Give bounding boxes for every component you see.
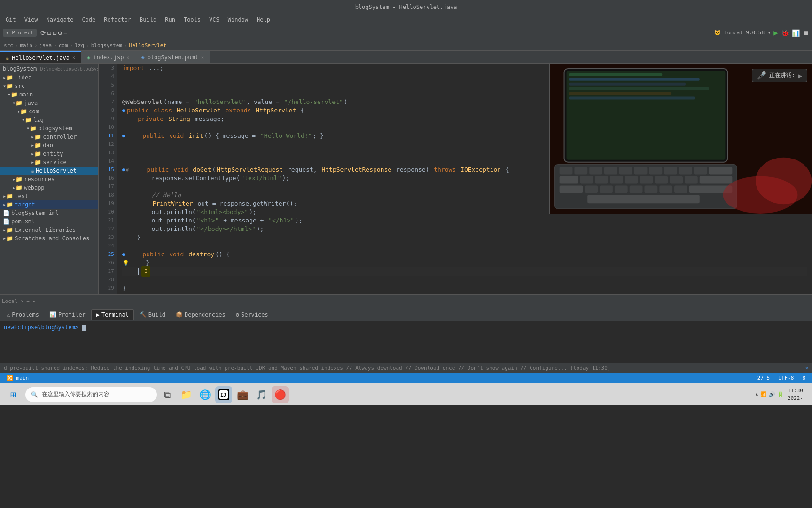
breadcrumb-com[interactable]: com — [59, 42, 68, 48]
code-token: IOException — [461, 166, 505, 174]
panel-tab-profiler[interactable]: 📊 Profiler — [45, 309, 90, 320]
menu-code[interactable]: Code — [78, 16, 99, 24]
tab-index-jsp[interactable]: ◈ index.jsp × — [81, 51, 135, 64]
bottom-tabs: Local × + ▾ — [0, 294, 812, 308]
taskview-button[interactable]: ⧉ — [159, 386, 176, 403]
taskbar-music[interactable]: 🎵 — [253, 386, 270, 403]
dependencies-icon: 📦 — [176, 311, 183, 318]
bottom-dropdown[interactable]: ▾ — [32, 298, 36, 304]
panel-tab-services[interactable]: ⚙ Services — [231, 309, 273, 320]
breadcrumb-lzg[interactable]: lzg — [75, 42, 84, 48]
sidebar-item-target[interactable]: ▸📁 target — [0, 200, 98, 209]
coverage-button[interactable]: 📊 — [792, 29, 800, 37]
sidebar-item-lzg[interactable]: ▾📁 lzg — [0, 116, 98, 124]
breadcrumb-helloservlet[interactable]: HelloServlet — [129, 42, 166, 48]
breadcrumb-src[interactable]: src — [4, 42, 13, 48]
debug-button[interactable]: 🐞 — [781, 29, 789, 37]
toolbar-sync-icon[interactable]: ⟳ — [40, 29, 46, 37]
status-vcs[interactable]: 🔀 main — [4, 375, 31, 381]
taskbar-up-icon[interactable]: ∧ — [755, 391, 758, 397]
sidebar-item-dao[interactable]: ▸📁 dao — [0, 141, 98, 150]
tab-helloservlet-close[interactable]: × — [72, 55, 75, 60]
menu-navigate[interactable]: Navigate — [43, 16, 78, 24]
start-button[interactable]: ⊞ — [5, 386, 22, 403]
sidebar-item-idea[interactable]: ▸📁 .idea — [0, 73, 98, 82]
status-line-ending[interactable]: 8 — [799, 375, 808, 381]
status-encoding[interactable]: UTF-8 — [775, 375, 796, 381]
code-token: "<h1>" — [197, 216, 219, 225]
terminal-cursor — [82, 325, 86, 331]
terminal-area[interactable]: newEclipse\blogSystem> — [0, 321, 812, 363]
menu-vcs[interactable]: VCS — [205, 16, 223, 24]
menu-tools[interactable]: Tools — [180, 16, 204, 24]
stop-button[interactable]: ⏹ — [803, 29, 809, 37]
taskbar-app1[interactable]: 💼 — [234, 386, 251, 403]
tab-blogsystem-puml[interactable]: ◈ blogSystem.puml × — [135, 51, 210, 64]
code-line-24 — [122, 242, 807, 250]
menu-help[interactable]: Help — [253, 16, 274, 24]
taskbar: ⊞ 🔍 在这里输入你要搜索的内容 ⧉ 📁 🌐 IJ 💼 🎵 🔴 ∧ 📶 🔊 🔋 … — [0, 383, 812, 405]
sidebar-item-java[interactable]: ▾📁 java — [0, 99, 98, 107]
editor-area[interactable]: 3 4 5 6 7 8 9 10 11 12 13 14 15 16 17 18… — [99, 64, 812, 294]
sidebar-item-com[interactable]: ▾📁 com — [0, 107, 98, 116]
sidebar-item-test[interactable]: ▸📁 test — [0, 192, 98, 200]
tab-blogsystem-puml-close[interactable]: × — [201, 55, 204, 60]
breadcrumb-main[interactable]: main — [20, 42, 33, 48]
menu-build[interactable]: Build — [136, 16, 160, 24]
sidebar-item-service[interactable]: ▸📁 service — [0, 158, 98, 167]
sidebar-item-resources[interactable]: ▸📁 resources — [0, 175, 98, 183]
build-icon: 🔨 — [140, 311, 147, 318]
bottom-local-tab[interactable]: Local × — [2, 298, 23, 304]
run-button[interactable]: ▶ — [773, 28, 778, 37]
taskbar-app2[interactable]: 🔴 — [272, 386, 289, 403]
sidebar-item-entity[interactable]: ▸📁 entity — [0, 150, 98, 158]
sidebar-item-controller[interactable]: ▸📁 controller — [0, 133, 98, 141]
taskbar-intellij[interactable]: IJ — [215, 386, 232, 403]
panel-tab-problems[interactable]: ⚠ Problems — [2, 309, 44, 320]
taskbar-battery-icon[interactable]: 🔋 — [777, 391, 784, 397]
breadcrumb-blogsystem[interactable]: blogsystem — [91, 42, 122, 48]
taskbar-search[interactable]: 🔍 在这里输入你要搜索的内容 — [25, 387, 157, 402]
toolbar-project[interactable]: ▾ Project — [6, 30, 34, 36]
breadcrumb-java[interactable]: java — [39, 42, 52, 48]
panel-tab-dependencies[interactable]: 📦 Dependencies — [171, 309, 230, 320]
tab-index-jsp-close[interactable]: × — [126, 55, 129, 60]
bottom-add-tab[interactable]: + — [26, 298, 30, 304]
menu-window[interactable]: Window — [224, 16, 252, 24]
toolbar-minus-icon[interactable]: − — [63, 29, 67, 37]
terminal-icon: ▶ — [96, 311, 100, 318]
sidebar-item-blogsystem-label: blogsystem — [38, 125, 72, 132]
bulb-icon[interactable]: 💡 — [122, 259, 129, 267]
panel-tab-build[interactable]: 🔨 Build — [135, 309, 170, 320]
sidebar-item-webapp[interactable]: ▸📁 webapp — [0, 183, 98, 192]
menu-view[interactable]: View — [21, 16, 42, 24]
taskbar-edge[interactable]: 🌐 — [196, 386, 213, 403]
sidebar-item-pom[interactable]: 📄 pom.xml — [0, 217, 98, 226]
info-close[interactable]: × — [805, 365, 808, 371]
menu-run[interactable]: Run — [161, 16, 179, 24]
code-token: out.println( — [122, 225, 196, 233]
problems-icon: ⚠ — [7, 311, 10, 318]
taskbar-volume-icon[interactable]: 🔊 — [769, 391, 775, 397]
menu-refactor[interactable]: Refactor — [100, 16, 135, 24]
toolbar-expand-icon[interactable]: ⊞ — [53, 29, 56, 37]
sidebar-item-src[interactable]: ▾📁 src — [0, 82, 98, 90]
sidebar-item-external-libraries[interactable]: ▸📁 External Libraries — [0, 226, 98, 234]
taskbar-network-icon[interactable]: 📶 — [760, 391, 767, 397]
sidebar-item-main[interactable]: ▾📁 main — [0, 90, 98, 99]
sidebar-item-helloservlet[interactable]: ☕ HelloServlet — [0, 167, 98, 175]
sidebar-item-blogsystem[interactable]: ▾📁 blogsystem — [0, 124, 98, 133]
toolbar-collapse-icon[interactable]: ⊟ — [47, 29, 51, 37]
menu-git[interactable]: Git — [2, 16, 20, 24]
taskbar-explorer[interactable]: 📁 — [178, 386, 195, 403]
search-icon: 🔍 — [31, 391, 38, 398]
tab-helloservlet[interactable]: ☕ HelloServlet.java × — [0, 51, 81, 64]
sidebar-item-scratches[interactable]: ▸📁 Scratches and Consoles — [0, 234, 98, 243]
panel-tab-terminal[interactable]: ▶ Terminal — [91, 309, 134, 320]
code-line-23: } — [122, 233, 807, 242]
taskbar-clock[interactable]: 11:30 2022- — [788, 387, 803, 402]
sidebar-item-blogsystem-iml[interactable]: 📄 blogSystem.iml — [0, 209, 98, 217]
status-bar: 🔀 main 27:5 UTF-8 8 — [0, 373, 812, 383]
toolbar-settings-icon[interactable]: ⚙ — [58, 29, 62, 37]
status-position[interactable]: 27:5 — [755, 375, 773, 381]
